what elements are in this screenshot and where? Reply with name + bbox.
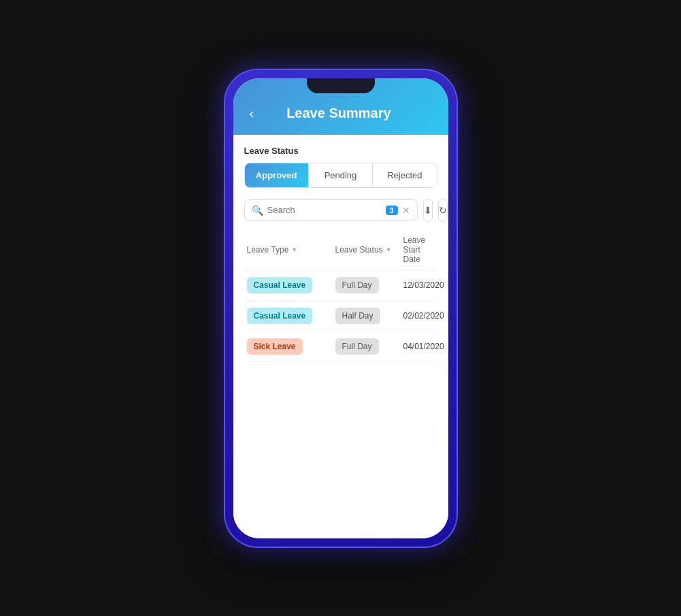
casual-leave-badge-1: Casual Leave — [247, 277, 313, 293]
download-button[interactable]: ⬇ — [423, 199, 433, 222]
search-row: 🔍 3 ✕ ⬇ ↻ — [244, 199, 437, 222]
refresh-icon: ↻ — [439, 205, 447, 216]
leave-status-cell-2: Half Day — [335, 308, 403, 324]
tab-pending[interactable]: Pending — [309, 163, 373, 187]
phone-notch — [307, 78, 375, 93]
full-day-badge-3: Full Day — [335, 338, 379, 355]
phone-frame: ‹ Leave Summary Leave Status Approved Pe… — [225, 70, 456, 547]
leave-type-cell-3: Sick Leave — [247, 338, 335, 355]
leave-date-3: 04/01/2020 — [403, 342, 444, 351]
search-input[interactable] — [267, 205, 382, 215]
download-icon: ⬇ — [424, 205, 432, 216]
clear-search-icon[interactable]: ✕ — [402, 205, 410, 216]
table-row: Casual Leave Full Day 12/03/2020 — [244, 270, 437, 301]
phone-screen: ‹ Leave Summary Leave Status Approved Pe… — [233, 78, 448, 538]
leave-date-1: 12/03/2020 — [403, 280, 444, 290]
back-button[interactable]: ‹ — [244, 103, 260, 124]
sort-icon-leave-type: ▼ — [291, 246, 297, 253]
status-tabs: Approved Pending Rejected — [244, 163, 437, 188]
leave-status-cell-1: Full Day — [335, 277, 403, 293]
col-leave-status[interactable]: Leave Status ▼ — [335, 236, 403, 264]
tab-rejected[interactable]: Rejected — [373, 163, 436, 187]
half-day-badge-2: Half Day — [335, 308, 380, 324]
page-title: Leave Summary — [259, 106, 418, 121]
table-row: Casual Leave Half Day 02/02/2020 — [244, 301, 437, 331]
sort-icon-leave-status: ▼ — [386, 246, 392, 253]
tab-approved[interactable]: Approved — [245, 163, 309, 187]
leave-status-label: Leave Status — [244, 146, 437, 156]
table-row: Sick Leave Full Day 04/01/2020 — [244, 331, 437, 362]
refresh-button[interactable]: ↻ — [438, 199, 448, 222]
sick-leave-badge-3: Sick Leave — [247, 338, 303, 355]
leave-type-cell-1: Casual Leave — [247, 277, 335, 293]
main-content: Leave Status Approved Pending Rejected 🔍… — [233, 135, 448, 538]
full-day-badge-1: Full Day — [335, 277, 379, 293]
casual-leave-badge-2: Casual Leave — [247, 308, 313, 324]
table-header: Leave Type ▼ Leave Status ▼ Leave Start … — [244, 233, 437, 270]
search-icon: 🔍 — [252, 205, 263, 216]
col-leave-start-date: Leave Start Date — [403, 236, 435, 264]
search-input-wrapper[interactable]: 🔍 3 ✕ — [244, 199, 418, 221]
col-leave-type[interactable]: Leave Type ▼ — [247, 236, 335, 264]
leave-type-cell-2: Casual Leave — [247, 308, 335, 324]
leave-status-cell-3: Full Day — [335, 338, 403, 355]
leave-date-2: 02/02/2020 — [403, 311, 444, 321]
search-badge: 3 — [386, 206, 398, 215]
